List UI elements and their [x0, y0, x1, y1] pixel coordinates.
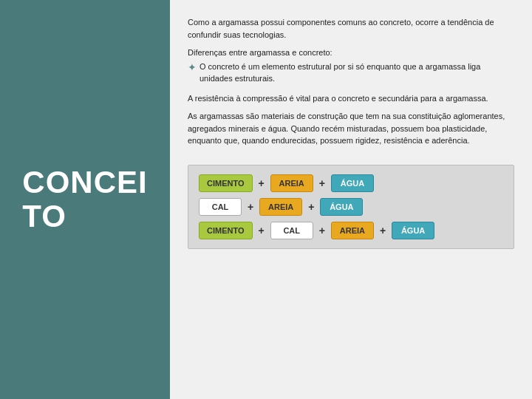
formula-row-3: CIMENTO + CAL + AREIA + ÁGUA: [199, 222, 503, 239]
box-cal-1: CAL: [199, 198, 242, 216]
formula-section: CIMENTO + AREIA + ÁGUA CAL + AREIA + ÁGU…: [188, 165, 514, 249]
box-areia-2: AREIA: [259, 198, 302, 216]
sidebar-title: CONCEI TO: [22, 166, 147, 233]
plus-6: +: [319, 225, 325, 236]
paragraph3: As argamassas são materiais de construçã…: [188, 110, 514, 147]
plus-5: +: [259, 225, 265, 236]
formula-row-1: CIMENTO + AREIA + ÁGUA: [199, 174, 503, 192]
bullet-section: Diferenças entre argamassa e concreto: ✦…: [188, 47, 514, 86]
plus-3: +: [248, 201, 253, 213]
plus-1: +: [259, 177, 265, 189]
plus-4: +: [308, 201, 314, 213]
box-areia-1: AREIA: [270, 174, 313, 192]
box-agua-3: ÁGUA: [392, 222, 434, 239]
sidebar-title-line1: CONCEI: [22, 165, 147, 200]
bullet1: O concreto é um elemento estrutural por …: [200, 61, 514, 85]
box-cimento-2: CIMENTO: [199, 222, 253, 239]
main-content: Como a argamassa possui componentes comu…: [170, 0, 532, 399]
section-title: Diferenças entre argamassa e concreto:: [188, 47, 514, 59]
plus-7: +: [380, 225, 386, 236]
bullet-item: ✦ O concreto é um elemento estrutural po…: [188, 61, 514, 86]
sidebar: CONCEI TO: [0, 0, 170, 399]
formula-row-2: CAL + AREIA + ÁGUA: [199, 198, 503, 216]
paragraph2: A resistência à compressão é vital para …: [188, 92, 514, 105]
paragraph1: Como a argamassa possui componentes comu…: [188, 16, 514, 41]
text-section: Como a argamassa possui componentes comu…: [188, 16, 514, 153]
bullet-dot: ✦: [188, 61, 197, 75]
sidebar-title-line2: TO: [22, 199, 66, 233]
box-agua-2: ÁGUA: [320, 198, 363, 216]
box-areia-3: AREIA: [331, 222, 374, 239]
plus-2: +: [319, 177, 325, 189]
box-cal-2: CAL: [270, 222, 313, 239]
box-cimento-1: CIMENTO: [199, 174, 253, 192]
box-agua-1: ÁGUA: [331, 174, 374, 192]
